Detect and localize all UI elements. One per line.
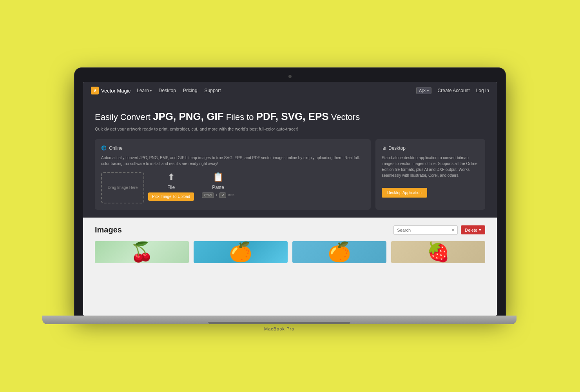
hero-title: Easily Convert JPG, PNG, GIF Files to PD… [95,110,485,123]
desktop-card: 🖥 Desktop Stand-alone desktop applicatio… [375,139,485,210]
v-key-badge: V [219,192,226,198]
screen-content: V Vector Magic Learn ▾ Desktop Pricing [83,82,497,316]
desktop-icon: 🖥 [382,146,386,151]
cherry-emoji: 🍒 [130,241,154,263]
online-card: 🌐 Online Automatically convert JPG, PNG,… [95,139,371,210]
delete-chevron-icon: ▾ [479,227,481,232]
online-card-content: Drag Image Here ⬆ File Pick Image To Upl… [101,172,364,203]
orange-slices-emoji: 🍊 [229,241,252,263]
site-logo[interactable]: V Vector Magic [91,87,130,94]
images-section-title: Images [95,225,122,234]
paste-label: Paste [212,185,224,190]
image-grid: 🍒 🍊 🍊 🍓 [95,241,485,263]
site-nav: V Vector Magic Learn ▾ Desktop Pricing [83,82,497,99]
image-item-orange-slices[interactable]: 🍊 [194,241,288,263]
file-label: File [167,185,175,190]
cards-row: 🌐 Online Automatically convert JPG, PNG,… [95,139,485,210]
lang-chevron-icon: ▾ [427,89,429,93]
images-section: Images ✕ Delete ▾ 🍒 [83,218,497,316]
logo-text: Vector Magic [101,88,130,94]
chevron-down-icon: ▾ [150,89,152,93]
strawberry-emoji: 🍓 [426,241,450,263]
macbook-label: MacBook Pro [264,327,294,331]
search-input[interactable] [394,226,449,234]
beta-tag: Beta [228,193,234,197]
hero-section: Easily Convert JPG, PNG, GIF Files to PD… [83,99,497,218]
macbook-base: MacBook Pro [42,316,517,324]
macbook-camera [288,75,292,78]
create-account-link[interactable]: Create Account [438,88,470,93]
paste-icon: 📋 [213,172,223,182]
language-button[interactable]: A|X ▾ [416,87,431,94]
online-card-title: 🌐 Online [101,145,364,151]
hero-subtitle: Quickly get your artwork ready to print,… [95,127,485,131]
cmd-key-badge: Cmd [202,192,214,198]
upload-options: ⬆ File Pick Image To Upload 📋 Paste Cmd [148,172,234,201]
delete-button[interactable]: Delete ▾ [461,225,485,234]
login-link[interactable]: Log In [476,88,489,93]
images-controls: ✕ Delete ▾ [393,225,485,235]
image-item-cherry[interactable]: 🍒 [95,241,189,263]
desktop-card-desc: Stand-alone desktop application to conve… [382,155,479,178]
search-box: ✕ [393,225,458,235]
orange-emoji: 🍊 [328,241,351,263]
pick-image-button[interactable]: Pick Image To Upload [148,192,194,201]
macbook-wrapper: V Vector Magic Learn ▾ Desktop Pricing [74,68,506,324]
nav-item-desktop[interactable]: Desktop [159,88,176,93]
paste-upload-option: 📋 Paste Cmd + V Beta [202,172,234,198]
nav-item-learn[interactable]: Learn ▾ [137,88,152,93]
desktop-application-button[interactable]: Desktop Application [382,188,427,198]
search-clear-icon[interactable]: ✕ [449,227,457,233]
desktop-card-title: 🖥 Desktop [382,145,479,151]
nav-item-support[interactable]: Support [205,88,221,93]
image-item-strawberry[interactable]: 🍓 [391,241,485,263]
images-header: Images ✕ Delete ▾ [95,225,485,235]
file-upload-icon: ⬆ [168,172,175,182]
globe-icon: 🌐 [101,145,107,151]
nav-right: A|X ▾ Create Account Log In [416,87,489,94]
drag-drop-zone[interactable]: Drag Image Here [101,172,144,203]
online-card-desc: Automatically convert JPG, PNG, BMP, and… [101,155,364,167]
image-item-orange[interactable]: 🍊 [292,241,386,263]
drag-zone-text: Drag Image Here [108,185,138,190]
logo-icon: V [91,87,99,94]
nav-items: Learn ▾ Desktop Pricing Support [137,88,416,93]
file-upload-option: ⬆ File Pick Image To Upload [148,172,194,201]
nav-item-pricing[interactable]: Pricing [183,88,198,93]
macbook-screen: V Vector Magic Learn ▾ Desktop Pricing [74,68,506,316]
paste-shortcut: Cmd + V Beta [202,192,234,198]
